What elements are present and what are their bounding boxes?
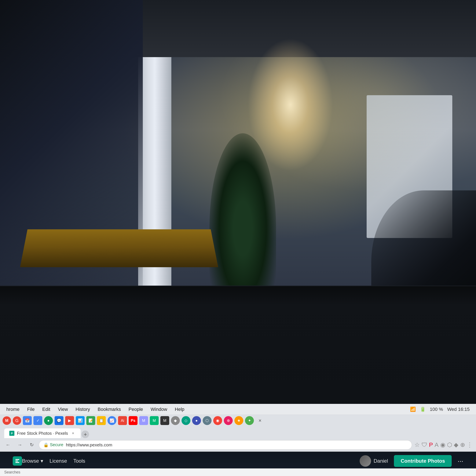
- dark-left: [0, 0, 143, 324]
- menu-help[interactable]: Help: [175, 407, 184, 412]
- chat-icon[interactable]: 💬: [55, 416, 64, 425]
- google-icon[interactable]: G: [13, 416, 21, 425]
- lock-icon: 🔒: [43, 442, 49, 447]
- toolbar-icons-row: M G 📅 ✓ ● 💬 ▶ 📊 📝 📋 📈 Ai Ps M M M ◆ ◇ ● …: [0, 415, 476, 426]
- back-button[interactable]: ←: [3, 440, 13, 450]
- svg-rect-9: [16, 459, 19, 460]
- url-display: https://www.pexels.com: [66, 442, 112, 447]
- new-tab-button[interactable]: +: [82, 430, 89, 438]
- tools-link[interactable]: Tools: [73, 458, 85, 464]
- tab-favicon: P: [9, 431, 14, 436]
- ext-icon-7[interactable]: ★: [234, 416, 243, 425]
- menu-bookmarks[interactable]: Bookmarks: [98, 407, 121, 412]
- nav-left: [13, 456, 22, 466]
- secure-label: Secure: [50, 442, 63, 447]
- menu-edit[interactable]: Edit: [42, 407, 50, 412]
- license-link[interactable]: License: [50, 458, 67, 464]
- pexels-nav: Browse ▾ License Tools Daniel: [0, 452, 476, 470]
- menu-window[interactable]: Window: [151, 407, 167, 412]
- ext-icon-6[interactable]: ⊕: [224, 416, 233, 425]
- active-tab[interactable]: P Free Stock Photos · Pexels ×: [4, 428, 81, 438]
- app-name: hrome: [6, 407, 19, 412]
- browse-arrow: ▾: [41, 458, 43, 464]
- battery-icon: 🔋: [420, 407, 426, 412]
- sheets-icon[interactable]: 📊: [76, 416, 85, 425]
- menu-view[interactable]: View: [58, 407, 68, 412]
- wifi-icon: 📶: [410, 407, 416, 412]
- pinterest-icon[interactable]: P: [429, 442, 433, 448]
- clock: Wed 16:15: [447, 407, 470, 412]
- slides-icon[interactable]: 📋: [97, 416, 106, 425]
- ext-icon-3[interactable]: ●: [192, 416, 201, 425]
- monitor-bezel: hrome File Edit View History Bookmarks P…: [0, 286, 476, 476]
- user-avatar: [360, 455, 371, 467]
- address-bar-row: ← → ↻ 🔒 Secure https://www.pexels.com ☆ …: [0, 438, 476, 452]
- ext-icon-8[interactable]: ✦: [245, 416, 254, 425]
- tasks-icon[interactable]: ✓: [34, 416, 42, 425]
- pexels-logo-icon: [13, 456, 22, 466]
- user-area[interactable]: Daniel: [360, 455, 388, 467]
- menu-bar: hrome File Edit View History Bookmarks P…: [0, 404, 476, 415]
- tab-title: Free Stock Photos · Pexels: [17, 431, 68, 436]
- more-dots-icon[interactable]: ⋮: [467, 441, 473, 448]
- pexels-logo[interactable]: [13, 456, 22, 466]
- table: [20, 229, 218, 267]
- medium3-icon[interactable]: M: [160, 416, 169, 425]
- ext-e-icon[interactable]: ⊕: [460, 441, 465, 448]
- ext-icon-4[interactable]: ⬡: [203, 416, 212, 425]
- menu-history[interactable]: History: [76, 407, 90, 412]
- svg-rect-10: [16, 460, 18, 461]
- address-bar[interactable]: 🔒 Secure https://www.pexels.com: [39, 440, 412, 450]
- contribute-photos-button[interactable]: Contribute Photos: [394, 455, 452, 467]
- nav-right: Daniel Contribute Photos ···: [360, 455, 463, 467]
- address-bar-right-icons: ☆ 🛡 P A ◉ ⬡ ◆ ⊕ ⋮: [414, 441, 473, 448]
- analytics-icon[interactable]: 📈: [107, 416, 116, 425]
- status-text: Searches: [4, 470, 20, 475]
- medium2-icon[interactable]: M: [150, 416, 159, 425]
- calendar-icon[interactable]: 📅: [23, 416, 32, 425]
- shield-icon[interactable]: 🛡: [421, 441, 427, 448]
- ext-d-icon[interactable]: ◆: [454, 441, 459, 448]
- browse-link[interactable]: Browse ▾: [22, 458, 43, 464]
- medium-icon[interactable]: M: [139, 416, 148, 425]
- status-bar: Searches: [0, 468, 476, 476]
- secure-badge: 🔒 Secure: [43, 442, 63, 447]
- forward-button[interactable]: →: [15, 440, 25, 450]
- ext-icon-2[interactable]: ◇: [182, 416, 190, 425]
- close-icon[interactable]: ×: [255, 416, 264, 425]
- ext-icon-1[interactable]: ◆: [171, 416, 180, 425]
- user-name: Daniel: [374, 458, 388, 464]
- meet-icon[interactable]: ●: [44, 416, 53, 425]
- adobe-ps-icon[interactable]: Ps: [129, 416, 137, 425]
- ext-b-icon[interactable]: ◉: [440, 441, 445, 448]
- ext-c-icon[interactable]: ⬡: [447, 441, 452, 448]
- docs-icon[interactable]: 📝: [86, 416, 95, 425]
- browse-label: Browse: [22, 458, 39, 464]
- menu-file[interactable]: File: [27, 407, 34, 412]
- zoom-level: 100 %: [430, 407, 443, 412]
- tab-close-button[interactable]: ×: [70, 431, 76, 436]
- gmail-icon[interactable]: M: [2, 416, 11, 425]
- tab-bar: P Free Stock Photos · Pexels × +: [0, 426, 476, 438]
- ext-a-icon[interactable]: A: [435, 442, 439, 448]
- svg-rect-11: [16, 462, 19, 463]
- system-status: 📶 🔋 100 % Wed 16:15: [410, 407, 470, 412]
- screen: hrome File Edit View History Bookmarks P…: [0, 404, 476, 476]
- nav-links: Browse ▾ License Tools: [22, 458, 85, 464]
- menu-people[interactable]: People: [129, 407, 143, 412]
- youtube-icon[interactable]: ▶: [65, 416, 74, 425]
- star-icon[interactable]: ☆: [414, 441, 420, 448]
- adobe-icon[interactable]: Ai: [118, 416, 127, 425]
- refresh-button[interactable]: ↻: [27, 440, 36, 450]
- ext-icon-5[interactable]: ◉: [213, 416, 222, 425]
- more-options-icon[interactable]: ···: [458, 457, 463, 465]
